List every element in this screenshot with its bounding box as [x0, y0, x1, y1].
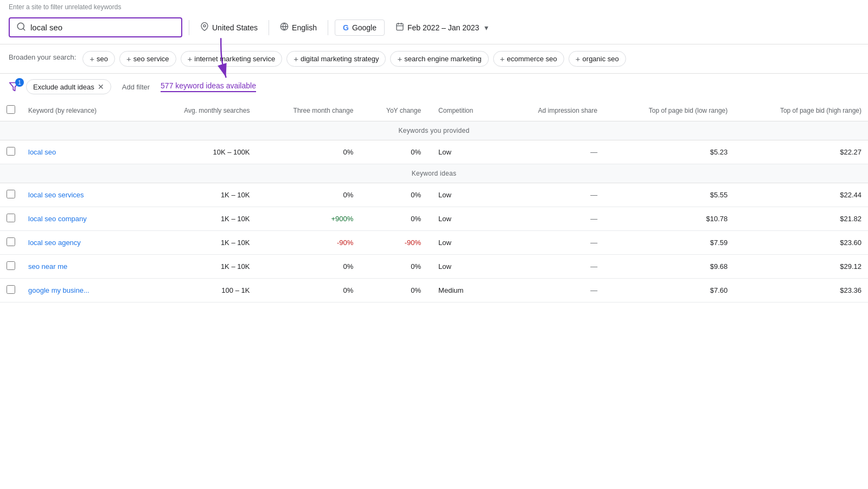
search-box-container	[9, 17, 182, 37]
language-selector[interactable]: English	[276, 20, 321, 35]
chip-seo[interactable]: + seo	[82, 51, 115, 67]
col-avg-monthly[interactable]: Avg. monthly searches	[145, 100, 257, 121]
chip-plus-icon: +	[90, 54, 94, 63]
date-range-selector[interactable]: Feb 2022 – Jan 2023 ▾	[391, 20, 493, 35]
chip-label-digital-marketing: digital marketing strategy	[301, 55, 379, 63]
chip-label-seo: seo	[97, 55, 108, 63]
keyword-cell[interactable]: local seo company	[22, 207, 145, 231]
competition-cell: Low	[427, 231, 501, 255]
keyword-table: Keyword (by relevance) Avg. monthly sear…	[0, 100, 868, 303]
top-bar: United States English G Google	[0, 11, 868, 44]
three-month-cell: +900%	[256, 207, 360, 231]
table-header-row: Keyword (by relevance) Avg. monthly sear…	[0, 100, 868, 121]
location-icon	[200, 22, 209, 33]
svg-rect-5	[397, 24, 403, 30]
table-row: local seo agency 1K – 10K -90% -90% Low …	[0, 231, 868, 255]
chip-label-search-engine-marketing: search engine marketing	[404, 55, 481, 63]
language-label: English	[292, 23, 317, 32]
chip-label-ecommerce-seo: ecommerce seo	[507, 55, 557, 63]
table-row: local seo services 1K – 10K 0% 0% Low — …	[0, 183, 868, 207]
table-row: local seo 10K – 100K 0% 0% Low — $5.23 $…	[0, 140, 868, 164]
divider	[189, 20, 189, 35]
language-icon	[280, 22, 289, 33]
chip-organic-seo[interactable]: + organic seo	[569, 51, 626, 67]
three-month-cell: 0%	[256, 279, 360, 303]
row-checkbox[interactable]	[0, 183, 22, 207]
yoy-cell: 0%	[360, 255, 427, 279]
top-bid-low-cell: $9.68	[604, 255, 734, 279]
ad-impression-cell: —	[501, 279, 604, 303]
keyword-cell[interactable]: local seo	[22, 140, 145, 164]
section-header-provided-label: Keywords you provided	[0, 121, 868, 140]
chip-search-engine-marketing[interactable]: + search engine marketing	[390, 51, 488, 67]
col-yoy[interactable]: YoY change	[360, 100, 427, 121]
yoy-cell: 0%	[360, 207, 427, 231]
keyword-cell[interactable]: google my busine...	[22, 279, 145, 303]
row-checkbox[interactable]	[0, 255, 22, 279]
col-top-bid-high[interactable]: Top of page bid (high range)	[734, 100, 868, 121]
ad-impression-cell: —	[501, 140, 604, 164]
row-select-checkbox[interactable]	[7, 285, 15, 294]
row-select-checkbox[interactable]	[7, 147, 15, 156]
col-keyword[interactable]: Keyword (by relevance)	[22, 100, 145, 121]
ad-impression-cell: —	[501, 183, 604, 207]
location-selector[interactable]: United States	[196, 20, 262, 35]
site-filter-hint: Enter a site to filter unrelated keyword…	[0, 0, 868, 11]
col-competition[interactable]: Competition	[427, 100, 501, 121]
avg-monthly-cell: 1K – 10K	[145, 183, 257, 207]
keyword-cell[interactable]: local seo agency	[22, 231, 145, 255]
row-select-checkbox[interactable]	[7, 190, 15, 198]
chip-digital-marketing-strategy[interactable]: + digital marketing strategy	[286, 51, 386, 67]
keyword-cell[interactable]: local seo services	[22, 183, 145, 207]
chip-plus-icon: +	[188, 54, 193, 63]
add-filter-button[interactable]: Add filter	[118, 80, 154, 94]
row-select-checkbox[interactable]	[7, 261, 15, 270]
keyword-search-input[interactable]	[30, 23, 175, 32]
exclude-adult-close-icon[interactable]: ✕	[98, 82, 104, 91]
yoy-cell: -90%	[360, 231, 427, 255]
avg-monthly-cell: 1K – 10K	[145, 255, 257, 279]
row-select-checkbox[interactable]	[7, 237, 15, 246]
col-three-month[interactable]: Three month change	[256, 100, 360, 121]
svg-line-1	[23, 28, 24, 30]
three-month-cell: 0%	[256, 140, 360, 164]
row-checkbox[interactable]	[0, 279, 22, 303]
ad-impression-cell: —	[501, 255, 604, 279]
filter-count-badge: 1	[15, 78, 24, 87]
search-icon	[16, 22, 26, 33]
chip-label-seo-service: seo service	[133, 55, 169, 63]
row-checkbox[interactable]	[0, 231, 22, 255]
table-row: google my busine... 100 – 1K 0% 0% Mediu…	[0, 279, 868, 303]
chip-plus-icon: +	[397, 54, 402, 63]
top-bid-high-cell: $29.12	[734, 255, 868, 279]
filter-button[interactable]: 1	[9, 81, 20, 92]
exclude-adult-chip[interactable]: Exclude adult ideas ✕	[26, 79, 111, 94]
chip-label-organic-seo: organic seo	[583, 55, 619, 63]
exclude-adult-label: Exclude adult ideas	[33, 83, 94, 91]
col-top-bid-low[interactable]: Top of page bid (low range)	[604, 100, 734, 121]
chip-seo-service[interactable]: + seo service	[119, 51, 176, 67]
col-checkbox	[0, 100, 22, 121]
three-month-cell: 0%	[256, 183, 360, 207]
top-bid-low-cell: $7.59	[604, 231, 734, 255]
top-bid-high-cell: $21.82	[734, 207, 868, 231]
avg-monthly-cell: 1K – 10K	[145, 207, 257, 231]
search-engine-selector[interactable]: G Google	[335, 20, 385, 36]
filter-bar: 1 Exclude adult ideas ✕ Add filter 577 k…	[0, 74, 868, 100]
row-checkbox[interactable]	[0, 140, 22, 164]
row-select-checkbox[interactable]	[7, 214, 15, 222]
keyword-cell[interactable]: seo near me	[22, 255, 145, 279]
svg-point-2	[203, 25, 206, 27]
select-all-checkbox[interactable]	[7, 105, 15, 114]
divider2	[269, 20, 269, 35]
keyword-table-wrapper: Keyword (by relevance) Avg. monthly sear…	[0, 100, 868, 303]
col-ad-impression[interactable]: Ad impression share	[501, 100, 604, 121]
divider3	[328, 20, 328, 35]
date-range-label: Feb 2022 – Jan 2023	[407, 23, 479, 32]
ad-impression-cell: —	[501, 231, 604, 255]
chip-ecommerce-seo[interactable]: + ecommerce seo	[493, 51, 564, 67]
row-checkbox[interactable]	[0, 207, 22, 231]
chip-internet-marketing-service[interactable]: + internet marketing service	[181, 51, 283, 67]
table-row: local seo company 1K – 10K +900% 0% Low …	[0, 207, 868, 231]
date-dropdown-icon: ▾	[484, 23, 488, 32]
